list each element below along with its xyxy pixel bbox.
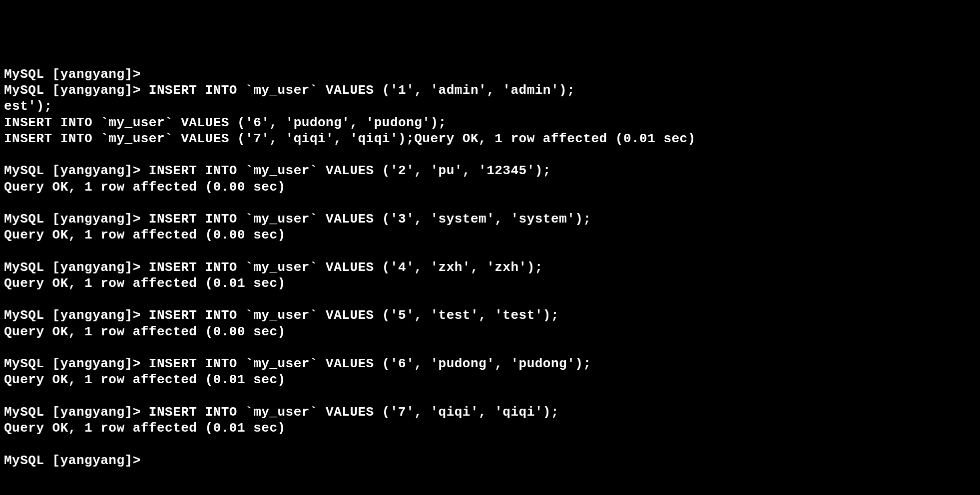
terminal-line: MySQL [yangyang]> INSERT INTO `my_user` … bbox=[4, 211, 976, 227]
terminal-line: MySQL [yangyang]> INSERT INTO `my_user` … bbox=[4, 356, 976, 372]
terminal-line: Query OK, 1 row affected (0.00 sec) bbox=[4, 227, 976, 243]
terminal-line bbox=[4, 340, 976, 356]
terminal-line: MySQL [yangyang]> bbox=[4, 453, 976, 469]
terminal-line: MySQL [yangyang]> bbox=[4, 66, 976, 82]
terminal-line: MySQL [yangyang]> INSERT INTO `my_user` … bbox=[4, 163, 976, 179]
terminal-line bbox=[4, 195, 976, 211]
terminal-line bbox=[4, 291, 976, 307]
terminal-line: Query OK, 1 row affected (0.00 sec) bbox=[4, 324, 976, 340]
terminal-line bbox=[4, 388, 976, 404]
terminal-line: MySQL [yangyang]> INSERT INTO `my_user` … bbox=[4, 82, 976, 98]
terminal-output[interactable]: MySQL [yangyang]>MySQL [yangyang]> INSER… bbox=[4, 66, 976, 469]
terminal-line bbox=[4, 436, 976, 452]
terminal-line: Query OK, 1 row affected (0.01 sec) bbox=[4, 420, 976, 436]
terminal-line: INSERT INTO `my_user` VALUES ('6', 'pudo… bbox=[4, 115, 976, 131]
terminal-line: Query OK, 1 row affected (0.01 sec) bbox=[4, 372, 976, 388]
terminal-line: Query OK, 1 row affected (0.00 sec) bbox=[4, 179, 976, 195]
terminal-line: MySQL [yangyang]> INSERT INTO `my_user` … bbox=[4, 259, 976, 275]
terminal-line: INSERT INTO `my_user` VALUES ('7', 'qiqi… bbox=[4, 131, 976, 147]
terminal-line bbox=[4, 147, 976, 163]
terminal-line: est'); bbox=[4, 98, 976, 114]
terminal-line: MySQL [yangyang]> INSERT INTO `my_user` … bbox=[4, 404, 976, 420]
terminal-line bbox=[4, 244, 976, 259]
terminal-line: MySQL [yangyang]> INSERT INTO `my_user` … bbox=[4, 307, 976, 323]
terminal-line: Query OK, 1 row affected (0.01 sec) bbox=[4, 275, 976, 291]
